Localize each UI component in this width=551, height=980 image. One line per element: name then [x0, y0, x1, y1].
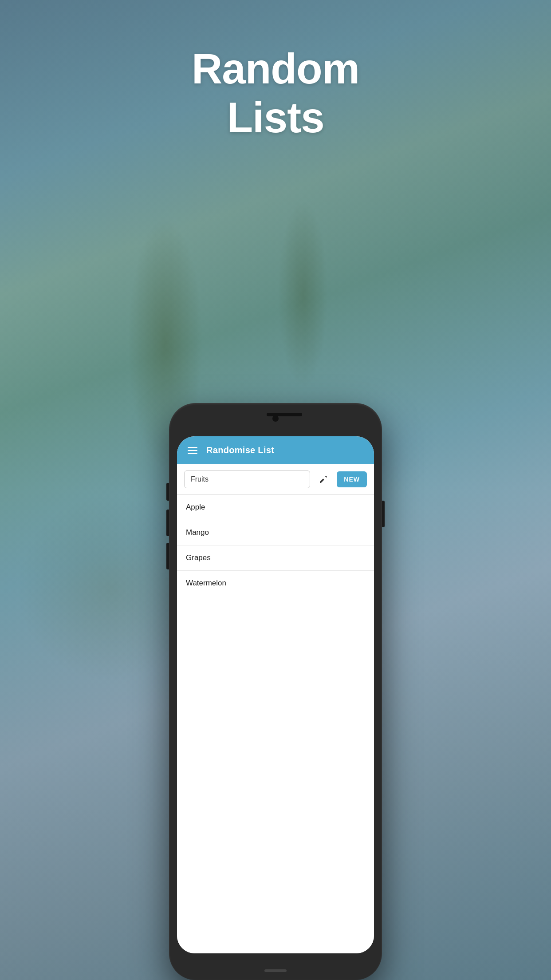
phone-body: Randomise List NEW Apple Ma [169, 403, 382, 980]
app-title: Random Lists [0, 44, 551, 142]
phone-camera [272, 415, 279, 422]
phone-volume-up-button [166, 510, 169, 536]
list-item[interactable]: Mango [177, 520, 374, 545]
phone-screen: Randomise List NEW Apple Ma [177, 436, 374, 953]
hamburger-menu-button[interactable] [188, 447, 197, 454]
list-item[interactable]: Apple [177, 495, 374, 520]
list-bar: NEW [177, 464, 374, 495]
header-title: Randomise List [206, 445, 274, 455]
phone-volume-down-button [166, 543, 169, 569]
new-list-button[interactable]: NEW [337, 471, 367, 487]
phone-mute-button [166, 483, 169, 501]
phone-wrapper: Randomise List NEW Apple Ma [125, 288, 426, 980]
title-line1: Random [192, 45, 359, 92]
app-content: Randomise List NEW Apple Ma [177, 436, 374, 953]
phone-speaker [267, 413, 302, 416]
app-header: Randomise List [177, 436, 374, 464]
edit-list-button[interactable] [315, 471, 331, 487]
fruits-list: Apple Mango Grapes Watermelon [177, 495, 374, 953]
title-line2: Lists [227, 94, 324, 141]
title-section: Random Lists [0, 44, 551, 142]
list-item[interactable]: Grapes [177, 545, 374, 571]
edit-icon [319, 474, 328, 484]
phone-power-button [382, 501, 385, 527]
phone-home-indicator [264, 969, 287, 972]
list-item[interactable]: Watermelon [177, 571, 374, 596]
list-name-input[interactable] [184, 470, 310, 488]
